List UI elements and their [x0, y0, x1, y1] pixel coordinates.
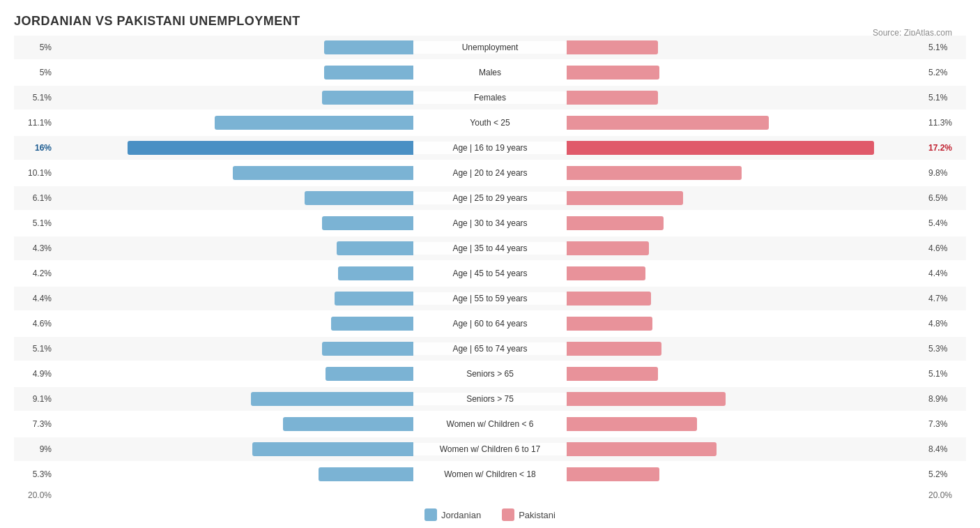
right-value: 8.4%: [924, 444, 966, 454]
center-label: Women w/ Children 6 to 17: [413, 443, 567, 455]
table-row: 4.6% Age | 60 to 64 years 4.8%: [14, 312, 966, 335]
row-inner: 16% Age | 16 to 19 years 17.2%: [14, 136, 966, 160]
row-inner: 6.1% Age | 25 to 29 years 6.5%: [14, 186, 966, 210]
center-label: Age | 35 to 44 years: [413, 242, 567, 255]
left-bar: [251, 392, 413, 406]
right-bar-area: [567, 241, 924, 255]
right-bar-area: [567, 166, 924, 180]
axis-left-label: 20.0%: [14, 490, 56, 500]
table-row: 9% Women w/ Children 6 to 17 8.4%: [14, 437, 966, 461]
table-row: 4.3% Age | 35 to 44 years 4.6%: [14, 236, 966, 260]
table-row: 7.3% Women w/ Children < 6 7.3%: [14, 412, 966, 436]
left-value: 5.3%: [14, 469, 56, 479]
left-value: 4.9%: [14, 369, 56, 379]
legend-item-pakistani: Pakistani: [502, 508, 556, 521]
center-label: Age | 45 to 54 years: [413, 267, 567, 280]
legend-box-pakistani: [502, 508, 514, 521]
right-value: 5.2%: [924, 68, 966, 77]
left-value: 16%: [14, 143, 56, 153]
right-bar-area: [567, 191, 924, 205]
left-value: 5%: [14, 43, 56, 52]
right-bar-area: [567, 216, 924, 230]
right-bar: [567, 40, 658, 54]
center-label: Seniors > 75: [413, 393, 567, 405]
center-label: Seniors > 65: [413, 368, 567, 380]
right-value: 4.6%: [924, 243, 966, 253]
left-bar: [283, 417, 413, 431]
right-bar: [567, 266, 645, 280]
left-bar-area: [56, 467, 413, 481]
center-label: Age | 30 to 34 years: [413, 217, 567, 229]
table-row: 5% Unemployment 5.1%: [14, 36, 966, 59]
right-bar: [567, 141, 874, 155]
right-bar: [567, 292, 651, 306]
left-bar-area: [56, 66, 413, 80]
right-bar: [567, 166, 742, 180]
row-inner: 5% Males 5.2%: [14, 61, 966, 84]
center-label: Age | 16 to 19 years: [413, 142, 567, 154]
left-bar-area: [56, 317, 413, 331]
left-bar-area: [56, 216, 413, 230]
right-value: 11.3%: [924, 118, 966, 128]
row-inner: 5.3% Women w/ Children < 18 5.2%: [14, 462, 966, 486]
table-row: 4.4% Age | 55 to 59 years 4.7%: [14, 287, 966, 310]
left-bar: [215, 116, 413, 130]
center-label: Age | 55 to 59 years: [413, 292, 567, 305]
right-value: 5.1%: [924, 369, 966, 379]
table-row: 16% Age | 16 to 19 years 17.2%: [14, 136, 966, 160]
left-bar: [305, 191, 413, 205]
right-bar: [567, 116, 769, 130]
table-row: 5.3% Women w/ Children < 18 5.2%: [14, 462, 966, 486]
left-bar-area: [56, 116, 413, 130]
right-bar-area: [567, 417, 924, 431]
left-bar: [319, 467, 413, 481]
left-value: 4.3%: [14, 243, 56, 253]
row-inner: 4.2% Age | 45 to 54 years 4.4%: [14, 262, 966, 285]
left-value: 5.1%: [14, 344, 56, 354]
left-value: 6.1%: [14, 193, 56, 203]
left-bar: [322, 342, 413, 356]
right-bar: [567, 367, 658, 381]
table-row: 5.1% Age | 30 to 34 years 5.4%: [14, 211, 966, 235]
right-bar: [567, 442, 717, 456]
left-bar-area: [56, 417, 413, 431]
row-inner: 4.4% Age | 55 to 59 years 4.7%: [14, 287, 966, 310]
legend-item-jordanian: Jordanian: [424, 508, 481, 521]
row-inner: 9.1% Seniors > 75 8.9%: [14, 387, 966, 411]
table-row: 5% Males 5.2%: [14, 61, 966, 84]
rows-container: 5% Unemployment 5.1% 5% Males 5.2% 5.1%: [14, 36, 966, 486]
right-bar: [567, 342, 661, 356]
right-value: 17.2%: [924, 143, 966, 153]
right-value: 9.8%: [924, 168, 966, 178]
left-value: 4.6%: [14, 319, 56, 329]
left-value: 5.1%: [14, 93, 56, 103]
right-bar: [567, 417, 697, 431]
right-bar: [567, 392, 726, 406]
left-bar: [335, 292, 413, 306]
right-bar: [567, 191, 683, 205]
center-label: Women w/ Children < 6: [413, 418, 567, 430]
center-label: Women w/ Children < 18: [413, 468, 567, 481]
axis-right-label: 20.0%: [924, 490, 966, 500]
right-value: 5.2%: [924, 469, 966, 479]
row-inner: 7.3% Women w/ Children < 6 7.3%: [14, 412, 966, 436]
left-bar-area: [56, 91, 413, 105]
center-label: Age | 20 to 24 years: [413, 167, 567, 179]
left-bar: [326, 367, 413, 381]
table-row: 9.1% Seniors > 75 8.9%: [14, 387, 966, 411]
left-bar: [324, 66, 413, 80]
center-label: Age | 60 to 64 years: [413, 317, 567, 330]
row-inner: 10.1% Age | 20 to 24 years 9.8%: [14, 161, 966, 185]
left-value: 11.1%: [14, 118, 56, 128]
center-label: Age | 25 to 29 years: [413, 192, 567, 204]
left-bar: [252, 442, 413, 456]
right-bar: [567, 241, 649, 255]
left-bar-area: [56, 241, 413, 255]
center-label: Females: [413, 91, 567, 104]
center-label: Unemployment: [413, 41, 567, 54]
table-row: 5.1% Age | 65 to 74 years 5.3%: [14, 337, 966, 361]
right-value: 7.3%: [924, 419, 966, 429]
right-value: 5.3%: [924, 344, 966, 354]
right-bar-area: [567, 342, 924, 356]
right-bar-area: [567, 66, 924, 80]
